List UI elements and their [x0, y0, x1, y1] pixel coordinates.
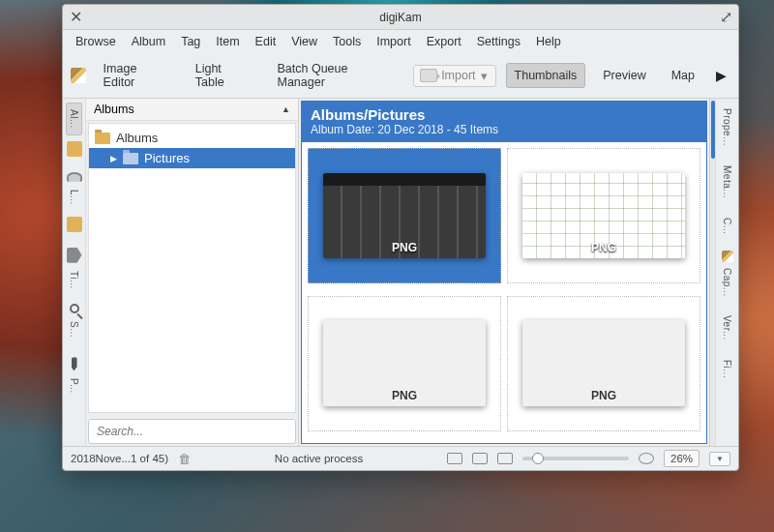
thumbnail-image: PNG: [323, 320, 486, 405]
menu-settings[interactable]: Settings: [470, 32, 527, 51]
thumbnail-item[interactable]: PNG: [507, 296, 700, 431]
menu-export[interactable]: Export: [420, 32, 468, 51]
chevron-down-icon: ▾: [480, 69, 490, 83]
lock-icon: [67, 172, 82, 182]
left-vertical-tabs: Al... L... Ti... S... P...: [63, 99, 86, 446]
tree-row-albums[interactable]: Albums: [89, 128, 295, 148]
tree-row-pictures[interactable]: ▶ Pictures: [89, 148, 295, 168]
light-table-button[interactable]: Light Table: [188, 57, 260, 94]
toolbar-overflow-icon[interactable]: ▶: [712, 66, 730, 85]
menu-item[interactable]: Item: [209, 32, 246, 51]
tree-search: [88, 419, 296, 444]
thumbnail-item[interactable]: PNG: [507, 148, 700, 283]
thumbnail-item[interactable]: PNG: [308, 296, 501, 431]
thumbnail-image: PNG: [522, 173, 685, 258]
pencil-icon: [722, 251, 733, 262]
chevron-down-icon: ▼: [716, 455, 724, 463]
thumbnail-image: PNG: [522, 320, 685, 405]
import-label: Import: [441, 69, 475, 82]
import-dropdown[interactable]: Import ▾: [413, 65, 495, 87]
maximize-icon[interactable]: ⤢: [719, 11, 732, 24]
status-process-text: No active process: [275, 453, 363, 464]
grid-view-icon[interactable]: [447, 453, 462, 464]
camera-icon[interactable]: [639, 453, 654, 464]
pin-icon: [72, 357, 77, 370]
image-editor-button[interactable]: Image Editor: [96, 57, 178, 94]
album-header: Albums/Pictures Album Date: 20 Dec 2018 …: [301, 101, 707, 142]
format-badge: PNG: [392, 241, 417, 254]
menu-import[interactable]: Import: [370, 32, 417, 51]
menu-album[interactable]: Album: [125, 32, 172, 51]
folder-icon: [95, 133, 110, 144]
menu-tools[interactable]: Tools: [326, 32, 368, 51]
right-tab-metadata[interactable]: Meta...: [720, 160, 734, 204]
close-icon[interactable]: ✕: [69, 11, 82, 24]
thumbnail-image: PNG: [323, 173, 486, 258]
left-tab-people[interactable]: P...: [67, 372, 81, 399]
menubar: Browse Album Tag Item Edit View Tools Im…: [63, 30, 738, 53]
folder-icon: [67, 141, 82, 157]
zoom-display[interactable]: 26%: [664, 450, 700, 467]
zoom-slider[interactable]: [522, 457, 629, 460]
list-view-icon[interactable]: [472, 453, 488, 464]
thumbnail-item[interactable]: PNG: [308, 148, 501, 283]
view-preview-button[interactable]: Preview: [595, 64, 653, 87]
titlebar[interactable]: ✕ digiKam ⤢: [63, 5, 738, 30]
album-tree-pane: Albums ▲ Albums ▶ Pictures: [86, 99, 299, 446]
chevron-right-icon: ▶: [110, 154, 117, 163]
app-window: ✕ digiKam ⤢ Browse Album Tag Item Edit V…: [62, 4, 739, 471]
left-tab-timeline[interactable]: Ti...: [67, 265, 81, 295]
menu-view[interactable]: View: [284, 32, 324, 51]
folder-icon: [67, 217, 82, 232]
slider-knob[interactable]: [532, 453, 544, 464]
right-vertical-tabs: Prope... Meta... C... Cap... Ver... Fi..…: [715, 99, 738, 446]
zoom-dropdown[interactable]: ▼: [709, 452, 730, 466]
card-view-icon[interactable]: [497, 453, 513, 464]
tag-icon: [67, 248, 82, 263]
menu-browse[interactable]: Browse: [69, 32, 123, 51]
format-badge: PNG: [591, 389, 616, 402]
menu-tag[interactable]: Tag: [174, 32, 207, 51]
status-bar: 2018Nove...1 of 45) 🗑 No active process …: [63, 446, 738, 470]
tree-header-label: Albums: [94, 103, 134, 116]
toolbar: Image Editor Light Table Batch Queue Man…: [63, 53, 738, 99]
camera-icon: [420, 69, 437, 82]
right-tab-captions[interactable]: Cap...: [720, 262, 734, 303]
trash-icon[interactable]: 🗑: [178, 452, 191, 466]
left-tab-albums[interactable]: Al...: [66, 103, 82, 135]
search-input[interactable]: [88, 419, 296, 444]
status-left-text: 2018Nove...1 of 45): [71, 453, 168, 464]
scrollbar[interactable]: [709, 99, 715, 446]
album-tree[interactable]: Albums ▶ Pictures: [88, 123, 296, 413]
view-map-button[interactable]: Map: [664, 64, 702, 87]
right-tab-filters[interactable]: Fi...: [720, 354, 734, 384]
right-tab-versions[interactable]: Ver...: [720, 310, 734, 346]
right-tab-properties[interactable]: Prope...: [720, 103, 734, 152]
menu-edit[interactable]: Edit: [249, 32, 283, 51]
format-badge: PNG: [591, 241, 616, 254]
chevron-up-icon: ▲: [282, 104, 290, 114]
album-subtitle: Album Date: 20 Dec 2018 - 45 Items: [311, 123, 698, 136]
zoom-value: 26%: [670, 453, 693, 464]
folder-icon: [123, 153, 138, 164]
pencil-icon: [71, 68, 86, 83]
search-icon: [70, 304, 79, 313]
thumbnail-pane: Albums/Pictures Album Date: 20 Dec 2018 …: [299, 99, 709, 446]
tree-label: Pictures: [144, 151, 190, 165]
view-thumbnails-button[interactable]: Thumbnails: [506, 63, 586, 88]
menu-help[interactable]: Help: [529, 32, 568, 51]
thumbnail-grid[interactable]: PNGPNGPNGPNG: [301, 142, 707, 444]
tree-label: Albums: [116, 131, 158, 145]
format-badge: PNG: [392, 389, 417, 402]
window-title: digiKam: [82, 11, 719, 24]
left-tab-labels[interactable]: L...: [67, 184, 81, 211]
left-tab-search[interactable]: S...: [67, 315, 81, 343]
right-tab-colors[interactable]: C...: [720, 212, 734, 241]
batch-queue-button[interactable]: Batch Queue Manager: [269, 57, 403, 94]
tree-header[interactable]: Albums ▲: [86, 99, 298, 121]
album-path: Albums/Pictures: [311, 106, 698, 123]
